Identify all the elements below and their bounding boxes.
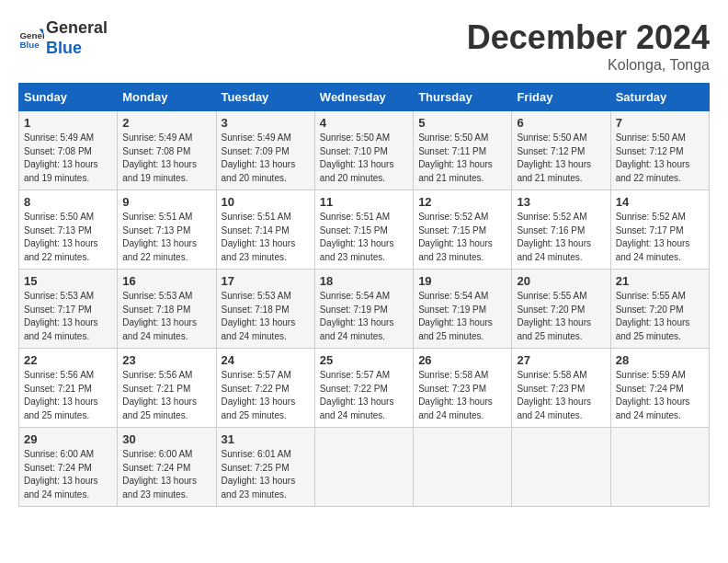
table-row: 4 Sunrise: 5:50 AM Sunset: 7:10 PM Dayli… xyxy=(314,111,413,190)
table-row: 10 Sunrise: 5:51 AM Sunset: 7:14 PM Dayl… xyxy=(216,190,314,270)
table-row: 29 Sunrise: 6:00 AM Sunset: 7:24 PM Dayl… xyxy=(19,428,118,507)
day-info: Sunrise: 5:49 AM Sunset: 7:08 PM Dayligh… xyxy=(24,132,112,185)
day-number: 14 xyxy=(616,195,704,209)
table-row: 24 Sunrise: 5:57 AM Sunset: 7:22 PM Dayl… xyxy=(216,349,314,428)
day-info: Sunrise: 5:51 AM Sunset: 7:13 PM Dayligh… xyxy=(122,211,210,264)
day-number: 31 xyxy=(222,432,310,446)
day-number: 28 xyxy=(616,353,704,367)
day-number: 10 xyxy=(222,195,310,209)
table-row: 7 Sunrise: 5:50 AM Sunset: 7:12 PM Dayli… xyxy=(610,111,709,190)
calendar-week-row: 8 Sunrise: 5:50 AM Sunset: 7:13 PM Dayli… xyxy=(19,190,710,270)
table-row: 19 Sunrise: 5:54 AM Sunset: 7:19 PM Dayl… xyxy=(414,270,512,349)
page-header: General Blue General Blue December 2024 … xyxy=(18,18,710,74)
day-info: Sunrise: 6:00 AM Sunset: 7:24 PM Dayligh… xyxy=(122,448,210,501)
day-number: 27 xyxy=(517,353,605,367)
day-number: 29 xyxy=(24,432,112,446)
day-info: Sunrise: 5:52 AM Sunset: 7:17 PM Dayligh… xyxy=(616,211,704,264)
day-info: Sunrise: 5:55 AM Sunset: 7:20 PM Dayligh… xyxy=(517,290,605,343)
day-info: Sunrise: 5:55 AM Sunset: 7:20 PM Dayligh… xyxy=(616,290,704,343)
table-row xyxy=(314,428,413,507)
logo: General Blue General Blue xyxy=(18,18,108,58)
day-info: Sunrise: 6:01 AM Sunset: 7:25 PM Dayligh… xyxy=(222,448,310,501)
day-info: Sunrise: 5:50 AM Sunset: 7:13 PM Dayligh… xyxy=(24,211,112,264)
day-number: 8 xyxy=(24,195,112,209)
table-row: 14 Sunrise: 5:52 AM Sunset: 7:17 PM Dayl… xyxy=(610,190,709,270)
table-row: 15 Sunrise: 5:53 AM Sunset: 7:17 PM Dayl… xyxy=(19,270,118,349)
table-row: 31 Sunrise: 6:01 AM Sunset: 7:25 PM Dayl… xyxy=(216,428,314,507)
day-number: 30 xyxy=(122,432,210,446)
day-number: 3 xyxy=(222,116,310,130)
table-row: 12 Sunrise: 5:52 AM Sunset: 7:15 PM Dayl… xyxy=(414,190,512,270)
table-row: 8 Sunrise: 5:50 AM Sunset: 7:13 PM Dayli… xyxy=(19,190,118,270)
calendar-table: Sunday Monday Tuesday Wednesday Thursday… xyxy=(18,83,710,507)
table-row: 9 Sunrise: 5:51 AM Sunset: 7:13 PM Dayli… xyxy=(118,190,216,270)
day-info: Sunrise: 5:54 AM Sunset: 7:19 PM Dayligh… xyxy=(320,290,408,343)
table-row: 23 Sunrise: 5:56 AM Sunset: 7:21 PM Dayl… xyxy=(118,349,216,428)
day-number: 26 xyxy=(418,353,506,367)
header-saturday: Saturday xyxy=(610,84,709,111)
day-number: 25 xyxy=(320,353,408,367)
day-info: Sunrise: 5:49 AM Sunset: 7:09 PM Dayligh… xyxy=(222,132,310,185)
day-info: Sunrise: 5:50 AM Sunset: 7:11 PM Dayligh… xyxy=(418,132,506,185)
header-wednesday: Wednesday xyxy=(314,84,413,111)
location: Kolonga, Tonga xyxy=(467,57,710,74)
header-tuesday: Tuesday xyxy=(216,84,314,111)
table-row: 3 Sunrise: 5:49 AM Sunset: 7:09 PM Dayli… xyxy=(216,111,314,190)
day-number: 21 xyxy=(616,274,704,288)
day-info: Sunrise: 5:51 AM Sunset: 7:15 PM Dayligh… xyxy=(320,211,408,264)
day-info: Sunrise: 5:51 AM Sunset: 7:14 PM Dayligh… xyxy=(222,211,310,264)
table-row xyxy=(414,428,512,507)
day-number: 22 xyxy=(24,353,112,367)
day-number: 13 xyxy=(517,195,605,209)
table-row: 11 Sunrise: 5:51 AM Sunset: 7:15 PM Dayl… xyxy=(314,190,413,270)
day-number: 18 xyxy=(320,274,408,288)
calendar-week-row: 29 Sunrise: 6:00 AM Sunset: 7:24 PM Dayl… xyxy=(19,428,710,507)
day-number: 15 xyxy=(24,274,112,288)
table-row: 22 Sunrise: 5:56 AM Sunset: 7:21 PM Dayl… xyxy=(19,349,118,428)
day-info: Sunrise: 5:50 AM Sunset: 7:12 PM Dayligh… xyxy=(517,132,605,185)
day-info: Sunrise: 5:50 AM Sunset: 7:10 PM Dayligh… xyxy=(320,132,408,185)
calendar-week-row: 22 Sunrise: 5:56 AM Sunset: 7:21 PM Dayl… xyxy=(19,349,710,428)
day-number: 2 xyxy=(122,116,210,130)
day-info: Sunrise: 5:50 AM Sunset: 7:12 PM Dayligh… xyxy=(616,132,704,185)
svg-text:Blue: Blue xyxy=(19,39,40,49)
logo-icon: General Blue xyxy=(18,26,44,52)
day-number: 6 xyxy=(517,116,605,130)
day-number: 12 xyxy=(418,195,506,209)
table-row xyxy=(610,428,709,507)
table-row: 26 Sunrise: 5:58 AM Sunset: 7:23 PM Dayl… xyxy=(414,349,512,428)
table-row: 17 Sunrise: 5:53 AM Sunset: 7:18 PM Dayl… xyxy=(216,270,314,349)
day-info: Sunrise: 5:49 AM Sunset: 7:08 PM Dayligh… xyxy=(122,132,210,185)
header-monday: Monday xyxy=(118,84,216,111)
day-info: Sunrise: 5:56 AM Sunset: 7:21 PM Dayligh… xyxy=(24,369,112,422)
day-number: 9 xyxy=(122,195,210,209)
day-number: 7 xyxy=(616,116,704,130)
day-info: Sunrise: 5:53 AM Sunset: 7:17 PM Dayligh… xyxy=(24,290,112,343)
day-info: Sunrise: 5:54 AM Sunset: 7:19 PM Dayligh… xyxy=(418,290,506,343)
calendar-week-row: 15 Sunrise: 5:53 AM Sunset: 7:17 PM Dayl… xyxy=(19,270,710,349)
day-info: Sunrise: 5:52 AM Sunset: 7:16 PM Dayligh… xyxy=(517,211,605,264)
header-friday: Friday xyxy=(512,84,610,111)
day-info: Sunrise: 6:00 AM Sunset: 7:24 PM Dayligh… xyxy=(24,448,112,501)
day-info: Sunrise: 5:53 AM Sunset: 7:18 PM Dayligh… xyxy=(122,290,210,343)
table-row: 1 Sunrise: 5:49 AM Sunset: 7:08 PM Dayli… xyxy=(19,111,118,190)
table-row: 13 Sunrise: 5:52 AM Sunset: 7:16 PM Dayl… xyxy=(512,190,610,270)
table-row: 18 Sunrise: 5:54 AM Sunset: 7:19 PM Dayl… xyxy=(314,270,413,349)
day-number: 4 xyxy=(320,116,408,130)
header-sunday: Sunday xyxy=(19,84,118,111)
day-info: Sunrise: 5:52 AM Sunset: 7:15 PM Dayligh… xyxy=(418,211,506,264)
day-info: Sunrise: 5:57 AM Sunset: 7:22 PM Dayligh… xyxy=(320,369,408,422)
day-number: 20 xyxy=(517,274,605,288)
day-info: Sunrise: 5:59 AM Sunset: 7:24 PM Dayligh… xyxy=(616,369,704,422)
table-row: 5 Sunrise: 5:50 AM Sunset: 7:11 PM Dayli… xyxy=(414,111,512,190)
table-row: 27 Sunrise: 5:58 AM Sunset: 7:23 PM Dayl… xyxy=(512,349,610,428)
table-row: 2 Sunrise: 5:49 AM Sunset: 7:08 PM Dayli… xyxy=(118,111,216,190)
logo-blue: Blue xyxy=(46,39,108,59)
day-number: 23 xyxy=(122,353,210,367)
table-row xyxy=(512,428,610,507)
table-row: 6 Sunrise: 5:50 AM Sunset: 7:12 PM Dayli… xyxy=(512,111,610,190)
calendar-week-row: 1 Sunrise: 5:49 AM Sunset: 7:08 PM Dayli… xyxy=(19,111,710,190)
title-block: December 2024 Kolonga, Tonga xyxy=(467,18,710,74)
table-row: 30 Sunrise: 6:00 AM Sunset: 7:24 PM Dayl… xyxy=(118,428,216,507)
table-row: 16 Sunrise: 5:53 AM Sunset: 7:18 PM Dayl… xyxy=(118,270,216,349)
